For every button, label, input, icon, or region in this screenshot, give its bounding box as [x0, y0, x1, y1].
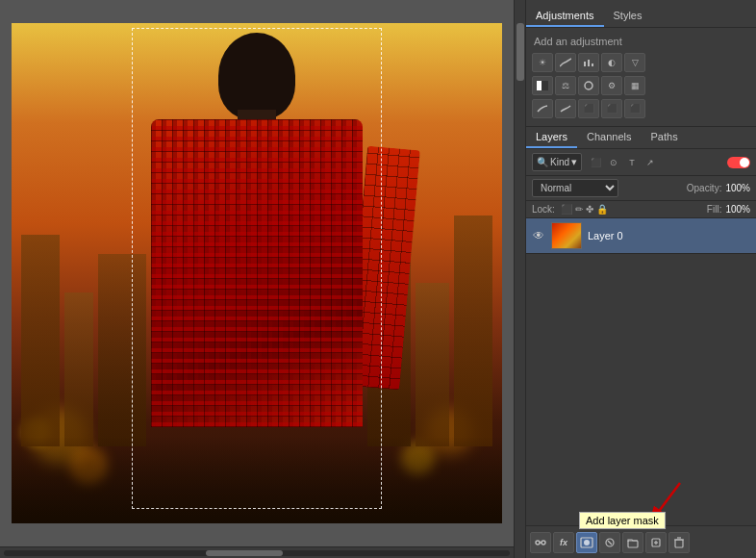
lock-all-icon[interactable]: 🔒 [596, 204, 608, 215]
delete-layer-button[interactable] [668, 532, 690, 553]
filter-toggle[interactable] [727, 157, 750, 168]
toggle-knob [740, 158, 749, 167]
filter-effect-icon[interactable]: ↗ [643, 155, 658, 170]
svg-rect-2 [592, 63, 593, 66]
svg-rect-14 [628, 541, 638, 547]
invert-icon[interactable]: ⬛ [624, 99, 645, 118]
curves-icon[interactable] [555, 53, 576, 72]
kind-select[interactable]: 🔍 Kind ▾ [532, 153, 582, 171]
photo-canvas [12, 23, 502, 523]
h-scrollbar-thumb[interactable] [206, 550, 283, 556]
lock-icons: ⬛ ✏ ✤ 🔒 [561, 204, 608, 215]
tab-channels[interactable]: Channels [577, 127, 641, 148]
adjustments-panel: Adjustments Styles Add an adjustment ☀ ◐… [526, 0, 756, 127]
layers-tabs: Layers Channels Paths [526, 127, 756, 149]
layers-list: 👁 Layer 0 [526, 218, 756, 525]
exposure-icon[interactable]: ◐ [601, 53, 622, 72]
color-lookup-icon[interactable]: ⬛ [601, 99, 622, 118]
tab-paths[interactable]: Paths [642, 127, 688, 148]
v-scrollbar[interactable] [514, 0, 525, 558]
hsl-icon[interactable] [578, 76, 599, 95]
filter-pixel-icon[interactable]: ⬛ [588, 155, 603, 170]
filter-icons: ⬛ ⊙ T ↗ [588, 155, 658, 170]
adjustments-header: Add an adjustment [526, 32, 756, 51]
svg-point-11 [584, 540, 590, 545]
svg-rect-0 [584, 62, 586, 66]
lock-transparent-icon[interactable]: ⬛ [561, 204, 572, 215]
layers-panel: Layers Channels Paths 🔍 Kind ▾ ⬛ ⊙ T ↗ [526, 127, 756, 558]
adj-icons-row-1: ☀ ◐ ▽ [526, 51, 756, 74]
new-fill-layer-button[interactable] [599, 532, 620, 553]
tab-styles[interactable]: Styles [604, 6, 652, 27]
svg-point-8 [542, 541, 545, 545]
opacity-row: Opacity: 100% [687, 183, 750, 193]
pattern-icon[interactable]: ⬛ [578, 99, 599, 118]
h-scrollbar[interactable] [0, 546, 514, 558]
svg-point-5 [585, 82, 592, 89]
filter-type-icon[interactable]: ⊙ [606, 155, 621, 170]
link-layers-button[interactable] [530, 532, 551, 553]
lock-move-icon[interactable]: ✤ [586, 204, 593, 215]
layer-thumbnail-image [552, 223, 581, 248]
new-layer-button[interactable] [645, 532, 667, 553]
layer-thumbnail [551, 222, 582, 249]
levels-icon[interactable] [578, 53, 599, 72]
adj-icons-row-2: ⚖ ⚙ ▦ [526, 74, 756, 97]
gradient-map-icon[interactable]: ▽ [624, 53, 645, 72]
adjustments-tabs: Adjustments Styles [526, 6, 756, 28]
add-layer-mask-tooltip: Add layer mask [579, 512, 666, 529]
canvas-area [0, 0, 514, 558]
fill-label: Fill: [707, 204, 722, 215]
svg-point-7 [536, 541, 540, 545]
search-icon: 🔍 [537, 157, 548, 167]
lock-label: Lock: [532, 204, 555, 215]
layer-item[interactable]: 👁 Layer 0 [526, 218, 756, 254]
opacity-value[interactable]: 100% [725, 183, 750, 193]
brightness-icon[interactable]: ☀ [532, 53, 553, 72]
tab-adjustments[interactable]: Adjustments [526, 6, 604, 27]
layers-toolbar: fx Add layer mask [526, 525, 756, 558]
fill-value[interactable]: 100% [725, 204, 750, 215]
opacity-label: Opacity: [687, 183, 722, 193]
tab-layers[interactable]: Layers [526, 127, 577, 148]
threshold-icon[interactable] [532, 76, 553, 95]
svg-rect-3 [537, 81, 542, 90]
v-scrollbar-thumb[interactable] [517, 23, 524, 81]
layers-kind-row: 🔍 Kind ▾ ⬛ ⊙ T ↗ [526, 149, 756, 176]
kind-label: Kind [550, 157, 569, 167]
filter-text-icon[interactable]: T [624, 155, 640, 170]
blend-mode-row: Normal Opacity: 100% [526, 176, 756, 201]
right-panel: Adjustments Styles Add an adjustment ☀ ◐… [525, 0, 756, 558]
channel-mixer-icon[interactable]: ▦ [624, 76, 645, 95]
svg-rect-1 [588, 60, 590, 66]
add-layer-mask-button[interactable] [576, 532, 597, 553]
fx-button[interactable]: fx [553, 532, 574, 553]
lock-paint-icon[interactable]: ✏ [575, 204, 583, 215]
svg-rect-18 [675, 540, 683, 547]
vibrance-icon[interactable]: ⚙ [601, 76, 622, 95]
lock-row: Lock: ⬛ ✏ ✤ 🔒 Fill: 100% [526, 201, 756, 218]
canvas-container [0, 0, 514, 546]
layer-name: Layer 0 [588, 230, 750, 241]
curves2-icon[interactable] [532, 99, 553, 118]
layer-visibility-toggle[interactable]: 👁 [532, 229, 545, 242]
svg-line-13 [608, 541, 612, 545]
blend-mode-select[interactable]: Normal [532, 179, 618, 197]
balance-icon[interactable]: ⚖ [555, 76, 576, 95]
adj-icons-row-3: ⬛ ⬛ ⬛ [526, 97, 756, 120]
selective-color-icon[interactable] [555, 99, 576, 118]
h-scrollbar-track[interactable] [4, 550, 510, 556]
new-group-button[interactable] [622, 532, 643, 553]
kind-dropdown-arrow: ▾ [571, 156, 577, 168]
fill-row: Fill: 100% [707, 204, 750, 215]
svg-rect-4 [542, 81, 548, 90]
